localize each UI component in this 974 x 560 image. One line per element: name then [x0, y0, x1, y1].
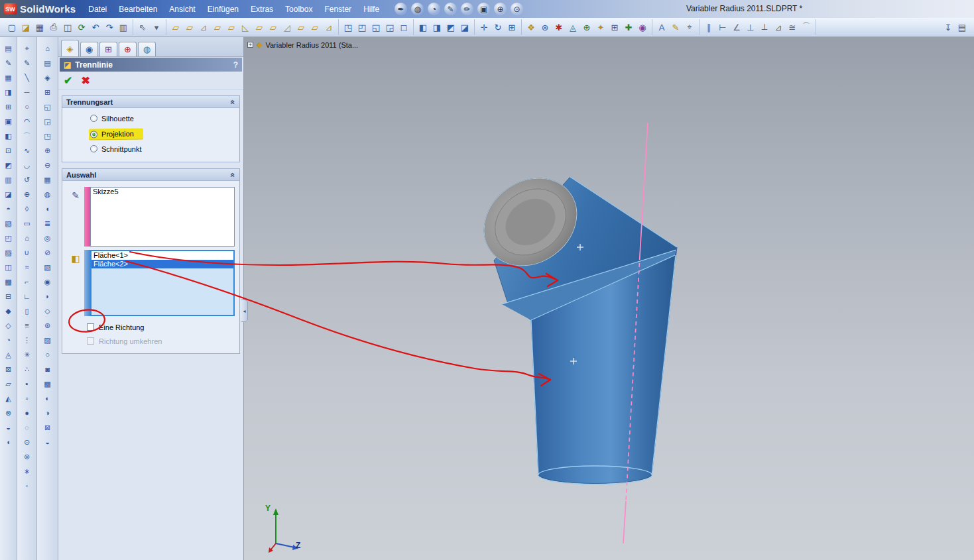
print-preview-icon[interactable]: ◫	[61, 21, 74, 34]
cad-tool-icon[interactable]: ◊	[21, 203, 33, 215]
cad-tool-icon[interactable]: ⊞	[42, 86, 54, 98]
menu-extras[interactable]: Extras	[245, 1, 279, 17]
menu-fenster[interactable]: Fenster	[318, 1, 357, 17]
cad-tool-icon[interactable]: ≣	[42, 217, 54, 229]
feature-tool-icon[interactable]: ✚	[622, 21, 635, 34]
cad-tool-icon[interactable]: ◉	[42, 276, 54, 288]
cad-tool-icon[interactable]: ─	[21, 86, 33, 98]
cad-tool-icon[interactable]: ◍	[42, 188, 54, 200]
cad-tool-icon[interactable]: ◠	[21, 115, 33, 127]
rotate-icon[interactable]: ↻	[491, 21, 505, 34]
evaluate-tool-icon[interactable]: ≅	[786, 21, 799, 34]
projektion-radio[interactable]	[90, 130, 97, 137]
feature-tool-icon[interactable]: ❖	[524, 21, 538, 34]
feature-tool-icon[interactable]: ⊛	[538, 21, 552, 34]
sketch-tool-icon[interactable]: ⊿	[322, 21, 335, 34]
print-icon[interactable]: ⎙	[47, 21, 60, 34]
sketch-tool-icon[interactable]: ▱	[225, 21, 238, 34]
tab-featuremanager[interactable]: ◉	[80, 42, 98, 56]
cad-tool-icon[interactable]: ▧	[3, 217, 15, 229]
sketch-tool-icon[interactable]: ▱	[169, 21, 182, 34]
cad-tool-icon[interactable]: ⌖	[21, 42, 33, 54]
cad-tool-icon[interactable]: ⋮	[21, 334, 33, 346]
stylus-icon[interactable]: ✒	[395, 3, 407, 15]
sketch-tool-icon[interactable]: ⊿	[197, 21, 210, 34]
cad-tool-icon[interactable]: ◳	[42, 130, 54, 142]
schnittpunkt-radio[interactable]	[90, 145, 97, 152]
target-icon[interactable]: ⌖	[683, 21, 696, 34]
sketch-tool-icon[interactable]: ◺	[239, 21, 252, 34]
cad-tool-icon[interactable]: ○	[21, 101, 33, 113]
new-document-icon[interactable]: ▢	[5, 21, 19, 34]
face-selection-listbox[interactable]: Fläche<1> Fläche<2>	[90, 250, 235, 316]
help-button[interactable]: ?	[233, 60, 238, 70]
feature-tool-icon[interactable]: ⊕	[580, 21, 593, 34]
eine-richtung-checkbox[interactable]	[87, 323, 94, 331]
cad-tool-icon[interactable]: ▩	[42, 378, 54, 390]
evaluate-tool-icon[interactable]: ⟂	[758, 21, 771, 34]
list-item[interactable]: Skizze5	[91, 188, 234, 196]
cad-tool-icon[interactable]: ◰	[3, 232, 15, 244]
cad-tool-icon[interactable]: ▦	[3, 72, 15, 84]
cad-tool-icon[interactable]: ▤	[3, 42, 15, 54]
annotation-icon[interactable]: A	[655, 21, 668, 34]
cad-tool-icon[interactable]: ◦	[21, 480, 33, 492]
cad-tool-icon[interactable]: ◡	[21, 159, 33, 171]
3d-model[interactable]	[244, 37, 974, 560]
collapse-chevron-icon[interactable]: «	[229, 99, 238, 104]
feature-tool-icon[interactable]: ◉	[636, 21, 649, 34]
cad-tool-icon[interactable]: ◈	[42, 72, 54, 84]
cad-tool-icon[interactable]: ⌐	[21, 276, 33, 288]
feature-tool-icon[interactable]: ⊞	[608, 21, 621, 34]
cad-tool-icon[interactable]: ⊞	[3, 101, 15, 113]
menu-datei[interactable]: Datei	[82, 1, 113, 17]
layout-icon[interactable]: ▤	[955, 21, 969, 34]
evaluate-tool-icon[interactable]: ∠	[730, 21, 743, 34]
cad-tool-icon[interactable]: ∗	[21, 465, 33, 477]
cad-tool-icon[interactable]: ≡	[21, 319, 33, 331]
cad-tool-icon[interactable]: ⊕	[42, 144, 54, 156]
cad-tool-icon[interactable]: ◗	[42, 290, 54, 302]
cad-tool-icon[interactable]: ◔	[3, 334, 15, 346]
sketch-tool-icon[interactable]: ▱	[267, 21, 280, 34]
menu-ansicht[interactable]: Ansicht	[163, 1, 201, 17]
cad-tool-icon[interactable]: ▦	[42, 174, 54, 186]
sphere-icon[interactable]: ◍	[411, 3, 424, 15]
zoom-fit-icon[interactable]: ⊞	[505, 21, 518, 34]
display-style-icon[interactable]: ◧	[416, 21, 430, 34]
tab-dimxpert[interactable]: ⊕	[119, 42, 137, 56]
cancel-button[interactable]: ✖	[81, 74, 90, 87]
graphics-viewport[interactable]: + ◆ Variabler Radius 2011 (Sta...	[244, 37, 974, 560]
cad-tool-icon[interactable]: ◖	[42, 203, 54, 215]
undo-icon[interactable]: ↶	[89, 21, 102, 34]
cad-tool-icon[interactable]: ▨	[3, 247, 15, 258]
cad-tool-icon[interactable]: ●	[21, 407, 33, 419]
zoom-plus-icon[interactable]: ⊕	[494, 3, 507, 15]
select-dropdown-icon[interactable]: ▾	[150, 21, 163, 34]
cad-tool-icon[interactable]: ∴	[21, 363, 33, 375]
save-icon[interactable]: ▦	[33, 21, 46, 34]
cad-tool-icon[interactable]: ⊘	[42, 247, 54, 258]
rebuild-icon[interactable]: ⟳	[75, 21, 88, 34]
cad-tool-icon[interactable]: ⊙	[21, 436, 33, 448]
sketch-tool-icon[interactable]: ▱	[183, 21, 196, 34]
dock-icon[interactable]: ↧	[942, 21, 955, 34]
cad-tool-icon[interactable]: ◩	[3, 159, 15, 171]
sketch-tool-icon[interactable]: ▱	[308, 21, 322, 34]
sketch-pen-icon[interactable]: ✎	[669, 21, 682, 34]
tab-propertymanager[interactable]: ◈	[61, 40, 79, 56]
cad-tool-icon[interactable]: ▫	[21, 392, 33, 404]
cad-tool-icon[interactable]: ○	[42, 349, 54, 361]
cad-tool-icon[interactable]: ⊚	[21, 451, 33, 463]
display-style-icon[interactable]: ◪	[458, 21, 471, 34]
cad-tool-icon[interactable]: ∪	[21, 247, 33, 258]
tree-expand-icon[interactable]: +	[247, 42, 253, 48]
cad-tool-icon[interactable]: ✎	[3, 57, 15, 69]
cad-tool-icon[interactable]: ≈	[21, 261, 33, 273]
feature-tool-icon[interactable]: ✱	[552, 21, 566, 34]
evaluate-tool-icon[interactable]: ⊥	[744, 21, 757, 34]
cad-tool-icon[interactable]: ▩	[3, 276, 15, 288]
cad-tool-icon[interactable]: ⌂	[42, 42, 54, 54]
cad-tool-icon[interactable]: ◐	[42, 392, 54, 404]
orb-icon[interactable]: ◔	[428, 3, 440, 15]
